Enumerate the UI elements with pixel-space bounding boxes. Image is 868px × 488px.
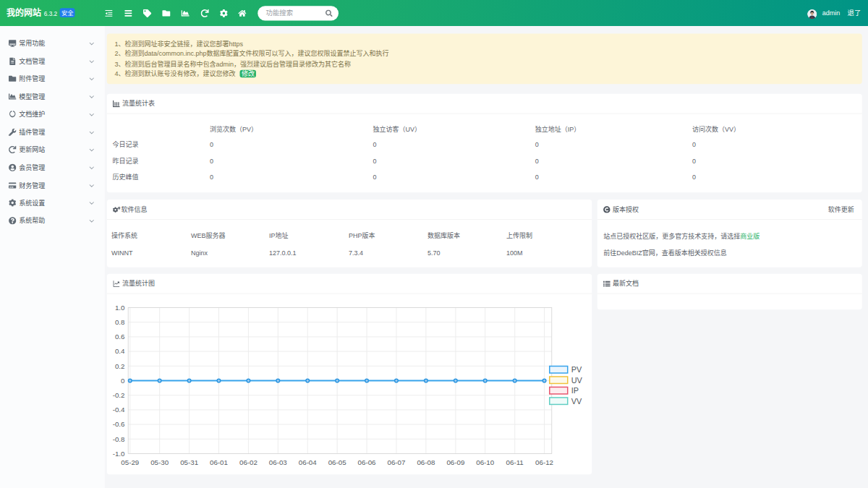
svg-text:06-02: 06-02	[239, 458, 258, 466]
svg-text:-1.0: -1.0	[113, 450, 125, 458]
svg-text:0.6: 0.6	[115, 333, 125, 341]
svg-text:0.8: 0.8	[115, 318, 125, 326]
svg-text:0: 0	[121, 377, 125, 385]
svg-text:1.0: 1.0	[115, 304, 125, 312]
svg-text:IP: IP	[571, 386, 579, 395]
svg-text:06-05: 06-05	[328, 458, 347, 466]
svg-text:06-10: 06-10	[476, 458, 495, 466]
svg-text:VV: VV	[571, 397, 582, 406]
svg-text:05-29: 05-29	[122, 458, 140, 466]
svg-text:06-07: 06-07	[388, 458, 406, 466]
svg-text:06-09: 06-09	[447, 458, 465, 466]
svg-text:0.4: 0.4	[115, 348, 125, 356]
svg-text:06-11: 06-11	[506, 458, 524, 466]
svg-text:0.2: 0.2	[115, 362, 125, 370]
svg-text:06-06: 06-06	[358, 458, 376, 466]
svg-text:UV: UV	[571, 376, 583, 385]
svg-text:06-04: 06-04	[299, 458, 318, 466]
svg-text:05-30: 05-30	[150, 458, 169, 466]
svg-text:PV: PV	[571, 365, 582, 374]
svg-text:06-01: 06-01	[210, 458, 228, 466]
svg-text:05-31: 05-31	[180, 458, 198, 466]
svg-text:06-08: 06-08	[417, 458, 435, 466]
svg-text:-0.2: -0.2	[113, 391, 125, 399]
svg-text:06-03: 06-03	[269, 458, 287, 466]
svg-text:-0.6: -0.6	[113, 421, 125, 429]
svg-text:-0.8: -0.8	[113, 435, 125, 443]
svg-text:-0.4: -0.4	[113, 406, 125, 414]
svg-text:06-12: 06-12	[535, 458, 553, 466]
